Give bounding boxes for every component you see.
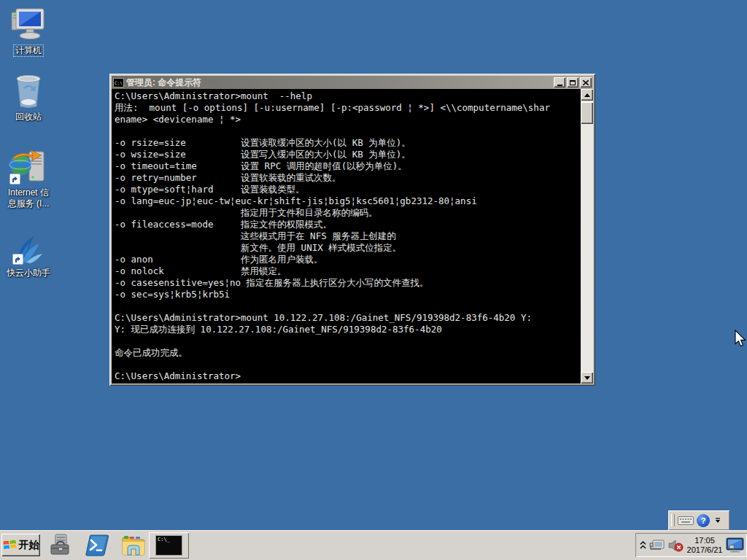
window-title: 管理员: 命令提示符 [126, 77, 551, 89]
minimize-icon [557, 85, 562, 86]
taskbar-cmd-button[interactable]: C:\_ [149, 532, 189, 559]
cmd-window-icon: C:\_ [113, 78, 124, 88]
desktop-icon-label: 快云小助手 [5, 268, 52, 279]
keyboard-button[interactable] [678, 516, 694, 526]
close-icon [583, 80, 589, 85]
console-area[interactable]: C:\Users\Administrator>mount --help 用法: … [112, 89, 593, 384]
scroll-up-button[interactable] [581, 89, 593, 101]
scroll-down-button[interactable] [581, 372, 593, 384]
desktop-icon-kuaiyun[interactable]: 快云小助手 [0, 229, 57, 279]
computer-icon [10, 6, 47, 42]
scrollbar-track[interactable] [581, 101, 593, 372]
minimize-button[interactable] [554, 77, 565, 88]
iis-icon [9, 149, 48, 185]
maximize-icon [570, 80, 576, 85]
arrow-down-icon [584, 376, 590, 380]
recycle-bin-icon [12, 73, 45, 109]
tray-clock[interactable]: 17:05 2017/6/21 [686, 536, 724, 555]
system-tray: 17:05 2017/6/21 [635, 533, 747, 557]
desktop-icon-label: 计算机 [13, 44, 44, 57]
window-titlebar[interactable]: C:\_ 管理员: 命令提示符 [112, 76, 593, 89]
volume-muted-icon[interactable] [667, 539, 684, 552]
keyboard-icon [678, 516, 694, 526]
language-bar-grip[interactable] [671, 514, 675, 526]
network-icon[interactable] [649, 539, 665, 552]
shortcut-arrow-icon [12, 254, 23, 265]
language-bar-help-button[interactable]: ? [697, 514, 710, 527]
cmd-icon: C:\_ [155, 535, 182, 556]
arrow-up-icon [584, 93, 590, 97]
mouse-cursor [735, 330, 747, 349]
quicklaunch-explorer[interactable] [121, 533, 146, 558]
language-bar-options-button[interactable] [713, 518, 723, 523]
start-button[interactable]: 开始 [1, 534, 40, 556]
maximize-button[interactable] [567, 77, 578, 88]
command-prompt-window: C:\_ 管理员: 命令提示符 C:\Users\Administrator>m… [109, 74, 595, 386]
server-manager-icon [49, 534, 72, 557]
kuaiyun-icon [12, 229, 45, 265]
desktop-icon-computer[interactable]: 计算机 [0, 6, 57, 57]
quicklaunch-server-manager[interactable] [48, 533, 73, 558]
windows-logo-icon [3, 539, 17, 551]
remote-desktop-icon[interactable] [726, 537, 744, 553]
close-button[interactable] [580, 77, 592, 88]
shortcut-arrow-icon [9, 174, 20, 184]
taskbar: 开始 C:\_ [0, 530, 747, 560]
powershell-icon [85, 534, 109, 556]
desktop-icon-label: 回收站 [14, 112, 43, 122]
language-bar[interactable]: ? [668, 510, 729, 530]
chevron-down-icon [716, 520, 720, 523]
quicklaunch-powershell[interactable] [85, 533, 109, 558]
tray-date: 2017/6/21 [686, 545, 724, 555]
scrollbar-thumb[interactable] [581, 102, 593, 124]
desktop-icon-iis[interactable]: Internet 信 息服务 (I... [0, 149, 57, 209]
tray-time: 17:05 [686, 536, 724, 545]
tray-expand-chevron-icon[interactable] [639, 540, 647, 551]
vertical-scrollbar[interactable] [581, 89, 593, 384]
options-dots-icon [716, 518, 720, 519]
desktop-icon-recycle-bin[interactable]: 回收站 [0, 73, 57, 122]
desktop-icon-label: Internet 信 息服务 (I... [7, 187, 51, 209]
console-output[interactable]: C:\Users\Administrator>mount --help 用法: … [112, 89, 581, 384]
start-button-label: 开始 [19, 539, 39, 552]
windows-explorer-icon [121, 534, 146, 556]
